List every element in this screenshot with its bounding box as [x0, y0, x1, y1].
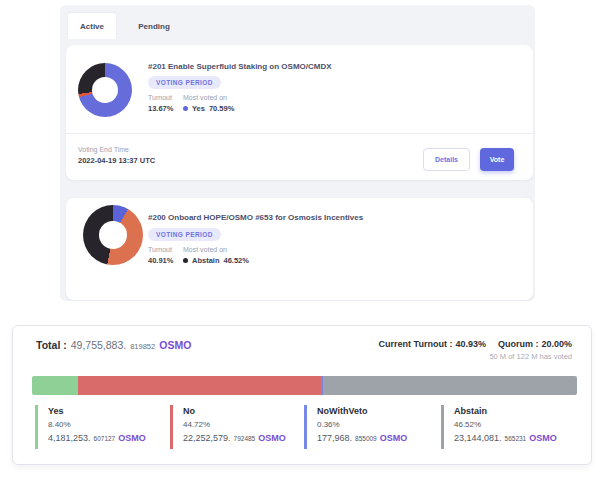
total-row: Total : 49,755,883.819852 OSMO — [36, 339, 191, 351]
vote-donut-chart — [83, 205, 143, 265]
bar-segment-no — [78, 376, 322, 395]
osmo-denom: OSMO — [258, 433, 286, 443]
most-voted-dot — [183, 106, 188, 111]
vote-donut-chart — [78, 63, 132, 117]
vote-option-amount: 23,144,081.565231 OSMO — [454, 433, 557, 443]
vote-option-pct: 0.36% — [317, 420, 407, 429]
turnout-value: 40.91% — [148, 256, 173, 265]
most-voted-dot — [183, 258, 188, 263]
proposal-tabs: Active Pending — [68, 13, 178, 39]
turnout-quorum-block: Current Turnout :40.93% Quorum :20.00% 5… — [379, 339, 572, 361]
most-voted-value: Yes 70.59% — [183, 104, 234, 113]
voting-period-badge: VOTING PERIOD — [148, 76, 221, 89]
vote-option-label: Abstain — [454, 405, 557, 416]
turnout-value: 13.67% — [148, 104, 173, 113]
voting-end-value: 2022-04-19 13:37 UTC — [78, 156, 155, 165]
vote-option-pct: 8.40% — [48, 420, 146, 429]
vote-button[interactable]: Vote — [480, 148, 514, 171]
vote-column-yes: Yes 8.40% 4,181,253.607127 OSMO — [35, 405, 146, 449]
tab-active[interactable]: Active — [68, 13, 116, 39]
proposal-card-201[interactable]: #201 Enable Superfluid Staking on OSMO/C… — [66, 45, 533, 180]
bar-segment-yes — [32, 376, 78, 395]
vote-option-pct: 44.72% — [183, 420, 286, 429]
osmo-denom: OSMO — [529, 433, 557, 443]
voted-note: 50 M of 122 M has voted — [379, 352, 572, 361]
total-denom-osmo: OSMO — [159, 339, 191, 351]
bar-segment-abstain — [323, 376, 577, 395]
vote-option-pct: 46.52% — [454, 420, 557, 429]
vote-option-amount: 177,968.855009 OSMO — [317, 433, 407, 443]
proposal-title: #200 Onboard HOPE/OSMO #653 for Osmosis … — [148, 213, 363, 222]
turnout-label: Turnout — [148, 246, 172, 253]
vote-columns: Yes 8.40% 4,181,253.607127 OSMO No 44.72… — [13, 405, 591, 449]
turnout-label: Turnout — [148, 94, 172, 101]
vote-distribution-bar — [32, 376, 577, 395]
vote-column-abstain: Abstain 46.52% 23,144,081.565231 OSMO — [441, 405, 557, 449]
most-voted-option: Abstain — [192, 256, 220, 265]
card-divider — [66, 133, 533, 134]
quorum: Quorum :20.00% — [498, 339, 572, 349]
vote-option-amount: 22,252,579.792485 OSMO — [183, 433, 286, 443]
voting-period-badge: VOTING PERIOD — [148, 228, 221, 241]
vote-option-label: No — [183, 405, 286, 416]
total-amount-decimals: 819852 — [130, 342, 155, 351]
most-voted-pct: 46.52% — [224, 256, 249, 265]
vote-column-nowithveto: NoWithVeto 0.36% 177,968.855009 OSMO — [304, 405, 407, 449]
total-label: Total : — [36, 339, 67, 351]
most-voted-value: Abstain 46.52% — [183, 256, 249, 265]
vote-option-label: NoWithVeto — [317, 405, 407, 416]
voting-end-label: Voting End Time — [78, 146, 129, 153]
most-voted-option: Yes — [192, 104, 205, 113]
total-amount: 49,755,883. — [71, 339, 126, 351]
vote-option-label: Yes — [48, 405, 146, 416]
proposals-panel: Active Pending #201 Enable Superfluid St… — [60, 5, 535, 301]
vote-summary-card: Total : 49,755,883.819852 OSMO Current T… — [12, 325, 592, 465]
details-button[interactable]: Details — [423, 148, 470, 171]
current-turnout: Current Turnout :40.93% — [379, 339, 486, 349]
vote-option-amount: 4,181,253.607127 OSMO — [48, 433, 146, 443]
most-voted-label: Most voted on — [183, 246, 227, 253]
osmo-denom: OSMO — [118, 433, 146, 443]
osmo-denom: OSMO — [380, 433, 408, 443]
proposal-card-200[interactable]: #200 Onboard HOPE/OSMO #653 for Osmosis … — [66, 198, 533, 300]
tab-pending[interactable]: Pending — [130, 13, 178, 39]
vote-column-no: No 44.72% 22,252,579.792485 OSMO — [170, 405, 286, 449]
most-voted-pct: 70.59% — [209, 104, 234, 113]
proposal-title: #201 Enable Superfluid Staking on OSMO/C… — [148, 62, 332, 71]
most-voted-label: Most voted on — [183, 94, 227, 101]
